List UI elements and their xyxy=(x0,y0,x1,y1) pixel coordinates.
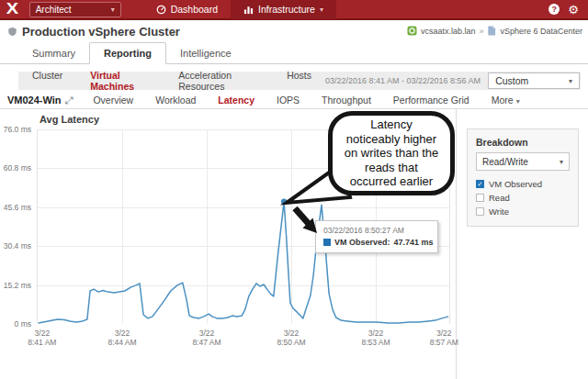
breakdown-title: Breakdown xyxy=(476,137,570,148)
breakdown-select[interactable]: Read/Write ▾ xyxy=(476,152,570,171)
expand-icon[interactable]: ⤢ xyxy=(65,95,74,105)
chart-legend: ✓VM ObservedReadWrite xyxy=(476,178,570,217)
help-icon[interactable]: ? xyxy=(548,4,560,15)
cluster-icon xyxy=(7,27,17,37)
vm-metric-tabs: OverviewWorkloadLatencyIOPSThroughputPer… xyxy=(82,95,480,106)
checkbox-write[interactable] xyxy=(476,207,484,216)
chevron-down-icon: ▾ xyxy=(569,77,572,85)
check-icon: ✓ xyxy=(478,181,483,187)
y-tick-label: 76.0 ms xyxy=(0,125,31,134)
subnav-item-hosts[interactable]: Hosts xyxy=(273,70,325,92)
callout-text-line: occurred earlier xyxy=(333,174,450,189)
subnav-item-virtual-machines[interactable]: Virtual Machines xyxy=(76,70,164,92)
vm-name: VM024-Win xyxy=(7,95,62,106)
more-menu-label: More xyxy=(492,95,514,106)
subnav-item-cluster[interactable]: Cluster xyxy=(18,70,76,92)
page-title: Production vSphere Cluster xyxy=(22,25,180,39)
x-tick-label: 3/228:47 AM xyxy=(181,329,232,347)
breadcrumb-datacenter[interactable]: vSphere 6 DataCenter xyxy=(500,27,582,36)
topbar-utilities: ? ⚙ xyxy=(548,4,579,16)
app-logo: X xyxy=(6,1,17,17)
x-tick-time: 8:53 AM xyxy=(350,338,401,347)
checkbox-vm-observed[interactable]: ✓ xyxy=(476,180,484,188)
legend-item-label: Write xyxy=(489,206,509,217)
callout-bubble: Latencynoticeably higheron writes than t… xyxy=(328,111,455,195)
callout-text-line: noticeably higher xyxy=(333,132,450,147)
time-range-select-value: Custom xyxy=(495,75,528,86)
breadcrumb-vcenter[interactable]: vcsaatx.lab.lan xyxy=(421,27,476,36)
x-tick-time: 8:47 AM xyxy=(181,338,232,347)
vm-tab-workload[interactable]: Workload xyxy=(144,95,207,106)
x-tick-label: 3/228:57 AM xyxy=(418,329,469,347)
x-tick-label: 3/228:44 AM xyxy=(96,329,148,347)
x-tick-date: 3/22 xyxy=(350,329,401,338)
vm-tab-performance-grid[interactable]: Performance Grid xyxy=(382,95,481,106)
breakdown-panel: Breakdown Read/Write ▾ ✓VM ObservedReadW… xyxy=(467,128,579,227)
topnav-item-infrastructure[interactable]: Infrastructure▾ xyxy=(231,0,336,19)
x-tick-label: 3/228:53 AM xyxy=(350,329,401,347)
chart-tooltip: 03/22/2016 8:50:27 AM VM Observed: 47.74… xyxy=(315,220,438,253)
tooltip-value: 47.741 ms xyxy=(394,238,434,247)
topnav-item-label: Dashboard xyxy=(171,4,218,15)
y-tick-label: 15.2 ms xyxy=(0,281,31,290)
x-tick-time: 8:57 AM xyxy=(418,338,469,347)
top-nav-items: DashboardInfrastructure▾ xyxy=(143,0,336,19)
app-window: { "icons": {"caret":"▾","separator":"»",… xyxy=(0,0,588,379)
x-tick-date: 3/22 xyxy=(181,329,232,338)
chevron-down-icon: ▾ xyxy=(516,97,520,106)
topnav-item-label: Infrastructure xyxy=(258,4,315,15)
more-menu[interactable]: More▾ xyxy=(481,95,531,106)
chevron-down-icon: ▾ xyxy=(111,6,115,14)
legend-item-label: VM Observed xyxy=(489,179,542,189)
tooltip-series-row: VM Observed: 47.741 ms xyxy=(323,238,430,247)
breadcrumb: vcsaatx.lab.lan » vSphere 6 DataCenter xyxy=(407,26,582,38)
legend-item-label: Read xyxy=(489,193,510,203)
page-header: Production vSphere Cluster vcsaatx.lab.l… xyxy=(0,20,588,42)
subnav-item-acceleration-resources[interactable]: Acceleration Resources xyxy=(164,70,273,92)
x-tick-date: 3/22 xyxy=(17,329,68,338)
chevron-down-icon: ▾ xyxy=(560,158,563,166)
tab-intelligence[interactable]: Intelligence xyxy=(166,43,245,63)
workspace-select[interactable]: Architect ▾ xyxy=(29,2,121,17)
entity-subnav: ClusterVirtual MachinesAcceleration Reso… xyxy=(18,72,581,90)
x-tick-time: 8:41 AM xyxy=(17,338,68,347)
vm-tab-overview[interactable]: Overview xyxy=(82,95,144,106)
datacenter-icon xyxy=(487,26,496,38)
tab-summary[interactable]: Summary xyxy=(18,43,89,63)
vm-tab-latency[interactable]: Latency xyxy=(207,95,266,106)
gear-icon[interactable]: ⚙ xyxy=(568,4,579,16)
time-range-select[interactable]: Custom ▾ xyxy=(488,72,580,89)
tooltip-series-name: VM Observed: xyxy=(334,238,390,247)
breakdown-select-value: Read/Write xyxy=(482,157,528,167)
bar-chart-icon xyxy=(243,5,254,15)
tab-reporting[interactable]: Reporting xyxy=(89,42,166,64)
top-nav-bar: X Architect ▾ DashboardInfrastructure▾ ?… xyxy=(0,0,588,20)
legend-item-write[interactable]: Write xyxy=(476,206,570,217)
y-tick-label: 0 ms xyxy=(0,319,31,329)
breadcrumb-separator: » xyxy=(479,27,483,36)
legend-item-read[interactable]: Read xyxy=(476,192,570,204)
legend-item-vm-observed[interactable]: ✓VM Observed xyxy=(476,178,570,190)
x-tick-date: 3/22 xyxy=(266,329,317,338)
topnav-item-dashboard[interactable]: Dashboard xyxy=(143,0,231,19)
main-tabs: SummaryReportingIntelligence xyxy=(0,42,588,64)
x-tick-time: 8:50 AM xyxy=(266,338,317,347)
x-tick-time: 8:44 AM xyxy=(96,338,148,347)
workspace-select-value: Architect xyxy=(36,5,72,15)
chart-title: Avg Latency xyxy=(40,114,99,125)
callout-text-line: reads that xyxy=(333,161,450,175)
y-tick-label: 45.6 ms xyxy=(0,203,31,212)
y-tick-label: 30.4 ms xyxy=(0,241,31,251)
vcenter-icon xyxy=(407,26,417,38)
date-range-label: 03/22/2016 8:41 AM - 03/22/2016 8:56 AM xyxy=(325,76,481,85)
y-tick-label: 60.8 ms xyxy=(0,163,31,173)
x-tick-label: 3/228:41 AM xyxy=(17,329,68,347)
vm-tab-iops[interactable]: IOPS xyxy=(266,95,311,106)
checkbox-read[interactable] xyxy=(476,194,484,202)
vm-tab-throughput[interactable]: Throughput xyxy=(311,95,382,106)
callout-text-line: Latency xyxy=(333,117,450,132)
x-tick-date: 3/22 xyxy=(96,329,148,338)
tooltip-timestamp: 03/22/2016 8:50:27 AM xyxy=(323,226,430,235)
vm-metric-bar: VM024-Win ⤢ OverviewWorkloadLatencyIOPST… xyxy=(0,92,588,109)
selected-data-point[interactable] xyxy=(281,199,287,205)
